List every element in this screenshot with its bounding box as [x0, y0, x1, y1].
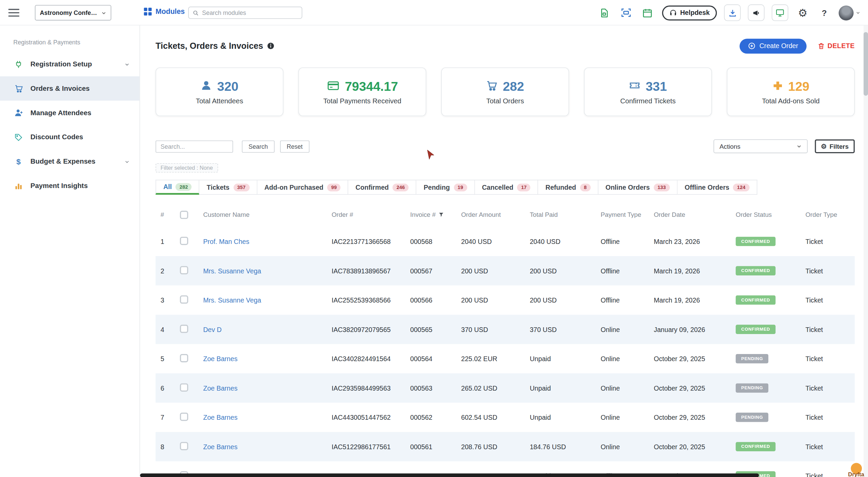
row-checkbox[interactable]: [180, 236, 188, 245]
bar-chart-icon: [14, 181, 23, 191]
col-order-status: Order Status: [725, 211, 794, 218]
tab-count-badge: 246: [393, 183, 409, 191]
stat-label: Total Attendees: [196, 97, 243, 105]
search-button[interactable]: Search: [242, 140, 274, 152]
row-checkbox[interactable]: [180, 266, 188, 274]
calendar-icon[interactable]: [640, 5, 654, 20]
tab-tickets[interactable]: Tickets357: [199, 180, 257, 195]
row-checkbox[interactable]: [180, 295, 188, 303]
customer-link[interactable]: Zoe Barnes: [203, 443, 237, 451]
order-amount: 2040 USD: [450, 237, 518, 245]
settings-gear-icon[interactable]: ⚙: [795, 5, 810, 20]
order-type: Ticket: [794, 443, 855, 451]
order-type: Ticket: [794, 326, 855, 333]
customer-link[interactable]: Zoe Barnes: [203, 384, 237, 392]
row-number: 4: [156, 326, 172, 333]
tab-count-badge: 357: [233, 183, 249, 191]
tab-count-badge: 133: [654, 183, 670, 191]
person-icon: [201, 80, 212, 93]
event-selector-label: Astronomy Conferenc...: [40, 9, 98, 16]
user-menu[interactable]: [839, 5, 860, 20]
filter-funnel-icon[interactable]: [438, 212, 444, 217]
vertical-scrollbar[interactable]: [864, 25, 868, 477]
sidebar-item-registration-setup[interactable]: Registration Setup: [0, 52, 139, 76]
stat-card-confirmed-tickets: 331 Confirmed Tickets: [584, 67, 712, 116]
customer-link[interactable]: Dev D: [203, 326, 221, 333]
order-type: Ticket: [794, 267, 855, 275]
sidebar-item-budget-expenses[interactable]: $ Budget & Expenses: [0, 149, 139, 174]
orders-table: # Customer Name Order # Invoice # Order …: [156, 203, 855, 477]
table-row: 8 Zoe Barnes IAC5122986177561 000561 208…: [156, 432, 855, 461]
tab-count-badge: 99: [327, 183, 340, 191]
create-order-button[interactable]: Create Order: [739, 38, 807, 53]
tab-refunded[interactable]: Refunded8: [538, 180, 598, 195]
customer-link[interactable]: Zoe Barnes: [203, 355, 237, 362]
tab-pending[interactable]: Pending19: [416, 180, 475, 195]
row-checkbox[interactable]: [180, 412, 188, 420]
order-amount: 208.76 USD: [450, 443, 518, 451]
customer-link[interactable]: Zoe Barnes: [203, 413, 237, 421]
select-all-checkbox[interactable]: [180, 210, 188, 219]
sidebar-item-orders-invoices[interactable]: Orders & Invoices: [0, 76, 139, 101]
filters-button[interactable]: ⚙ Filters: [815, 139, 855, 153]
dryfta-label: Dryfta: [848, 471, 864, 477]
col-customer-name: Customer Name: [192, 211, 321, 218]
vertical-scrollbar-thumb[interactable]: [864, 32, 868, 96]
modules-button[interactable]: Modules: [144, 7, 184, 15]
row-checkbox[interactable]: [180, 354, 188, 362]
stat-cards: 320 Total Attendees 79344.17 Total Payme…: [156, 67, 855, 116]
module-search-input[interactable]: [202, 9, 298, 16]
tab-confirmed[interactable]: Confirmed246: [348, 180, 416, 195]
row-checkbox[interactable]: [180, 383, 188, 391]
customer-link[interactable]: Prof. Man Ches: [203, 237, 249, 245]
table-row: 5 Zoe Barnes IAC3402824491564 000564 225…: [156, 344, 855, 374]
dryfta-widget[interactable]: Dryfta: [848, 463, 864, 477]
info-icon[interactable]: [267, 42, 275, 50]
horizontal-scrollbar[interactable]: [140, 473, 759, 477]
invoice-number: 000566: [399, 296, 450, 304]
filter-selected-chip: Filter selected : None: [156, 163, 218, 173]
hamburger-menu-icon[interactable]: [8, 9, 19, 17]
helpdesk-label: Helpdesk: [680, 9, 710, 17]
customer-link[interactable]: Mrs. Susanne Vega: [203, 296, 261, 304]
search-input[interactable]: [156, 140, 233, 152]
payment-type: Offline: [590, 267, 643, 275]
sidebar-item-manage-attendees[interactable]: Manage Attendees: [0, 101, 139, 125]
order-date: October 29, 2025: [643, 413, 725, 421]
sidebar-item-label: Payment Insights: [31, 182, 88, 190]
megaphone-icon[interactable]: [748, 4, 765, 21]
sidebar-item-payment-insights[interactable]: Payment Insights: [0, 174, 139, 198]
tab-cancelled[interactable]: Cancelled17: [475, 180, 538, 195]
tab-online-orders[interactable]: Online Orders133: [598, 180, 677, 195]
dollar-icon: $: [14, 157, 23, 166]
order-number: IAC4430051447562: [320, 413, 399, 421]
order-amount: 225.02 EUR: [450, 355, 518, 362]
row-checkbox[interactable]: [180, 325, 188, 333]
help-question-icon[interactable]: ?: [817, 5, 831, 20]
customer-link[interactable]: Mrs. Susanne Vega: [203, 267, 261, 275]
status-badge: CONFIRMED: [736, 295, 776, 305]
card-scan-icon[interactable]: [619, 5, 633, 20]
col-order-date: Order Date: [643, 211, 725, 218]
sidebar-item-label: Manage Attendees: [31, 109, 92, 117]
sidebar-item-discount-codes[interactable]: Discount Codes: [0, 125, 139, 149]
status-badge: CONFIRMED: [736, 266, 776, 275]
badge-card-icon[interactable]: [597, 5, 611, 20]
tab-all[interactable]: All282: [156, 180, 200, 195]
row-checkbox[interactable]: [180, 442, 188, 450]
table-row: 3 Mrs. Susanne Vega IAC2552539368566 000…: [156, 285, 855, 315]
stat-card-total-payments: 79344.17 Total Payments Received: [298, 67, 426, 116]
tab-offline-orders[interactable]: Offline Orders124: [677, 180, 757, 195]
invoice-number: 000563: [399, 384, 450, 392]
total-paid: 184.76 USD: [519, 443, 590, 451]
reset-button[interactable]: Reset: [280, 140, 309, 152]
helpdesk-button[interactable]: Helpdesk: [662, 5, 717, 20]
event-selector[interactable]: Astronomy Conferenc...: [35, 5, 111, 21]
display-monitor-icon[interactable]: [772, 4, 788, 21]
download-icon[interactable]: [724, 4, 741, 21]
actions-dropdown[interactable]: Actions: [713, 139, 808, 153]
tab-addon-purchased[interactable]: Add-on Purchased99: [257, 180, 348, 195]
delete-button[interactable]: DELETE: [817, 42, 855, 50]
total-paid: 370 USD: [519, 326, 590, 333]
table-row: 6 Zoe Barnes IAC2935984499563 000563 265…: [156, 373, 855, 403]
